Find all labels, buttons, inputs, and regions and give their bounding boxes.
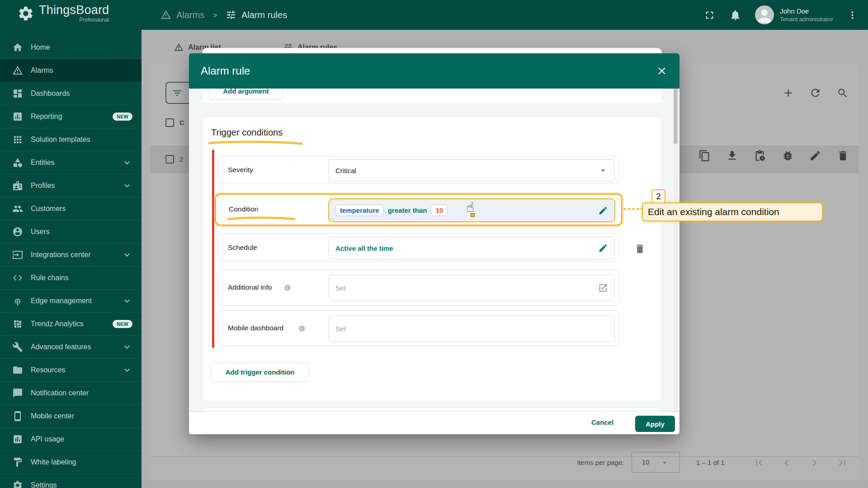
chevron-right-icon [809,457,821,469]
search-icon [837,87,849,99]
sidebar-item-advanced-features[interactable]: Advanced features [0,336,142,359]
sidebar-item-white-labeling[interactable]: White labeling [0,451,142,474]
notifications-button[interactable] [729,9,741,21]
brand-subtitle: Professional [39,17,109,23]
sidebar-item-entities[interactable]: Entities [0,151,142,174]
sidebar-item-settings[interactable]: Settings [0,474,142,488]
add-trigger-condition-button[interactable]: Add trigger condition [211,362,309,382]
condition-operation: greater than [388,206,427,214]
refresh-button[interactable] [809,87,821,99]
report-chart-icon [12,111,23,122]
row-edit-button[interactable] [809,150,821,162]
condition-value-chip[interactable]: 10 [431,205,448,216]
breadcrumb-alarm-rules: Alarm rules [241,10,287,20]
sidebar-item-users[interactable]: Users [0,221,142,244]
clipboard-clock-icon [754,150,766,162]
dialog-footer: Cancel Apply [189,412,679,434]
row-download-button[interactable] [726,150,738,162]
items-per-page-select[interactable]: 10 [632,452,680,473]
chevron-down-icon [122,296,132,306]
schedule-field[interactable]: Active all the time [329,237,615,259]
mobile-dashboard-field[interactable]: Set [329,315,615,342]
first-page-icon [753,457,765,469]
sidebar-item-alarms[interactable]: Alarms [0,59,142,82]
row-pending-button[interactable] [754,150,766,162]
dialog-scrollbar-thumb[interactable] [674,89,678,144]
sidebar-item-profiles[interactable]: Profiles [0,174,142,197]
open-additional-info-button[interactable] [598,283,608,293]
select-all-checkbox[interactable] [165,118,174,127]
info-icon [298,325,306,332]
dialog-scrollbar[interactable] [674,89,678,434]
delete-trigger-condition-button[interactable] [634,243,646,254]
page-bottom-strip [142,480,868,488]
thingsboard-gear-logo-icon [17,5,34,22]
sidebar-item-mobile-center[interactable]: Mobile center [0,405,142,428]
more-vert-icon [847,9,858,21]
row-copy-button[interactable] [698,150,711,162]
sidebar-item-resources[interactable]: Resources [0,359,142,382]
condition-key-chip[interactable]: temperature [335,205,384,216]
additional-info-row: Additional info Set [217,269,620,305]
mobile-dashboard-placeholder: Set [335,325,608,333]
schedule-label: Schedule [228,244,257,252]
brand-title: ThingsBoard [39,4,109,16]
bell-icon [729,9,741,21]
add-alarm-rule-button[interactable] [782,87,794,99]
sidebar-item-home[interactable]: Home [0,36,142,59]
dashboard-icon [12,88,23,99]
severity-color-bar [212,150,214,348]
brand-logo[interactable]: ThingsBoard Professional [17,4,109,23]
search-button[interactable] [837,87,849,99]
annotation-callout: Edit an existing alarm condition [642,202,823,221]
people-icon [12,203,23,214]
pencil-icon [598,243,608,253]
sidebar-item-customers[interactable]: Customers [0,197,142,221]
close-dialog-button[interactable] [656,65,668,77]
severity-label: Severity [228,166,253,174]
sidebar-item-solution-templates[interactable]: Solution templates [0,128,142,151]
sidebar-item-notification-center[interactable]: Notification center [0,382,142,405]
first-page-button[interactable] [753,457,765,469]
breadcrumb-separator: > [213,11,217,19]
column-header-fragment: C [179,119,184,127]
cancel-button[interactable]: Cancel [591,418,613,426]
last-page-icon [836,457,848,469]
warning-icon [12,65,23,76]
sidebar-item-integrations-center[interactable]: Integrations center [0,244,142,267]
dropdown-arrow-icon [660,458,669,467]
next-page-button[interactable] [809,457,821,469]
marker-underline [208,140,303,145]
trash-icon [634,243,646,254]
sidebar-item-reporting[interactable]: Reporting NEW [0,105,142,128]
fullscreen-icon [703,9,716,21]
sidebar-item-rule-chains[interactable]: Rule chains [0,267,142,290]
sidebar-item-api-usage[interactable]: API usage [0,428,142,451]
folder-icon [12,365,23,375]
edit-condition-button[interactable] [598,206,608,216]
trendz-icon [12,319,23,329]
last-page-button[interactable] [836,457,848,469]
row-debug-button[interactable] [782,150,794,162]
severity-select[interactable]: Critical [329,159,615,182]
home-icon [12,42,23,53]
more-menu-button[interactable] [847,9,858,21]
sidebar-item-edge-management[interactable]: Edge management [0,290,142,313]
user-menu[interactable]: John Doe Tenant administrator [755,5,833,24]
pagination-range: 1 – 1 of 1 [696,459,725,466]
sidebar-item-trendz-analytics[interactable]: Trendz Analytics NEW [0,313,142,336]
chart-box-icon [12,434,23,445]
sidebar-item-dashboards[interactable]: Dashboards [0,82,142,105]
dialog-title: Alarm rule [201,65,656,77]
apply-button[interactable]: Apply [635,416,675,432]
row-delete-button[interactable] [837,150,849,162]
row-checkbox[interactable] [165,155,174,164]
user-role: Tenant administrator [780,15,833,23]
fullscreen-button[interactable] [703,9,716,21]
items-per-page-value: 10 [642,458,650,466]
edit-schedule-button[interactable] [598,243,608,253]
filter-icon [172,88,183,99]
breadcrumb-alarms[interactable]: Alarms [176,10,204,20]
prev-page-button[interactable] [781,457,793,469]
additional-info-field[interactable]: Set [329,275,615,301]
